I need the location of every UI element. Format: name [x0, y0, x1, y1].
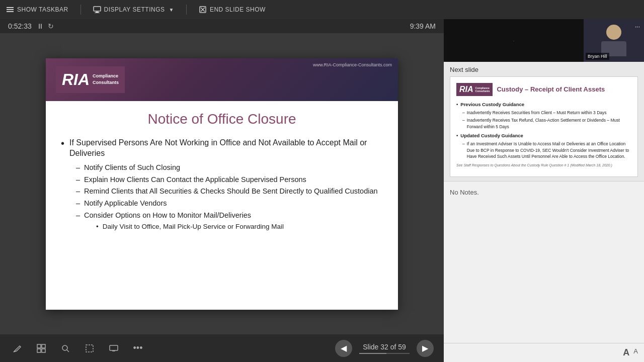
- show-taskbar-label: SHOW TASKBAR: [17, 6, 68, 13]
- font-increase-button[interactable]: A: [623, 347, 629, 358]
- preview-sub-text-2: Inadvertently Receives Tax Refund, Class…: [467, 117, 631, 130]
- next-slide-button[interactable]: ▶: [417, 340, 434, 357]
- preview-sub-2: – Inadvertently Receives Tax Refund, Cla…: [462, 117, 631, 130]
- show-taskbar-button[interactable]: SHOW TASKBAR: [6, 6, 68, 14]
- preview-dash-2: –: [462, 117, 465, 130]
- preview-content: • Previous Custody Guidance – Inadverten…: [456, 101, 631, 168]
- webcam-dots: ···: [635, 23, 640, 30]
- top-toolbar: SHOW TASKBAR DISPLAY SETTINGS ▼ END SLID…: [0, 0, 644, 19]
- font-decrease-button[interactable]: A: [633, 347, 638, 358]
- main-bullet-text: If Supervised Persons Are Not Working in…: [69, 137, 383, 159]
- separator-2: [186, 5, 187, 15]
- svg-rect-10: [42, 344, 45, 348]
- slide-navigation: ◀ Slide 32 of 59 ▶: [335, 340, 434, 357]
- pen-tool-button[interactable]: [10, 341, 24, 355]
- monitor-tool-button[interactable]: [107, 341, 121, 355]
- elapsed-time: 0:52:33: [8, 22, 32, 30]
- sub-bullet-text-1: Notify Clients of Such Closing: [84, 163, 180, 172]
- crop-tool-button[interactable]: [83, 341, 97, 355]
- main-bullet-item: • If Supervised Persons Are Not Working …: [61, 137, 383, 159]
- preview-main-bullet-2: • Updated Custody Guidance: [456, 132, 631, 139]
- slide-content: • If Supervised Persons Are Not Working …: [61, 137, 383, 230]
- svg-rect-1: [7, 9, 14, 10]
- svg-rect-9: [37, 344, 41, 348]
- main-content: 0:52:33 ⏸ ↻ 9:39 AM RIA Compliance Consu…: [0, 19, 644, 362]
- progress-bar: [359, 353, 410, 354]
- right-panel: · Bryan Hill ··· Next slide RIA Comp: [444, 19, 644, 362]
- svg-rect-4: [96, 12, 99, 13]
- slide-counter-wrapper: Slide 32 of 59: [359, 343, 410, 354]
- logo-ria-text: RIA: [62, 70, 90, 89]
- slide-display: RIA Compliance Consultants www.RIA-Compl…: [0, 33, 444, 334]
- preview-logo-text: Compliance Consultants: [475, 86, 490, 93]
- dash-5: –: [76, 211, 80, 220]
- preview-sub-3: – If an Investment Adviser Is Unable to …: [462, 141, 631, 160]
- preview-title: Custody – Receipt of Client Assets: [497, 85, 605, 94]
- logo-text: Compliance Consultants: [93, 73, 119, 85]
- sub-sub-bullets: • Daily Visit to Office, Mail Pick-Up Se…: [96, 223, 383, 230]
- slide-header: RIA Compliance Consultants www.RIA-Compl…: [46, 58, 398, 101]
- preview-dash-3: –: [462, 141, 465, 160]
- separator-1: [80, 5, 81, 15]
- preview-header: RIA Compliance Consultants Custody – Rec…: [456, 83, 631, 96]
- svg-rect-3: [94, 7, 101, 11]
- pause-button[interactable]: ⏸: [37, 22, 44, 30]
- next-slide-section: Next slide RIA Compliance Consultants Cu…: [444, 62, 644, 182]
- sub-sub-text: Daily Visit to Office, Mail Pick-Up Serv…: [103, 223, 284, 230]
- current-time: 9:39 AM: [410, 22, 436, 30]
- sub-bullet-5: – Consider Options on How to Monitor Mai…: [76, 211, 383, 220]
- svg-rect-5: [95, 13, 100, 13]
- bullet-dot: •: [61, 137, 64, 159]
- font-controls: A A: [444, 343, 644, 362]
- display-settings-label: DISPLAY SETTINGS: [104, 6, 165, 13]
- preview-bullet-dot-2: •: [456, 132, 458, 139]
- dropdown-arrow: ▼: [169, 7, 174, 13]
- sub-bullet-3: – Remind Clients that All Securities & C…: [76, 187, 383, 196]
- person-head: [606, 25, 621, 40]
- display-icon: [93, 6, 101, 14]
- dash-1: –: [76, 163, 80, 172]
- sub-bullet-2: – Explain How Clients Can Contact the Ap…: [76, 175, 383, 185]
- preview-sub-text-3: If an Investment Adviser Is Unable to Ac…: [467, 141, 631, 160]
- svg-rect-2: [7, 11, 14, 12]
- svg-rect-11: [37, 349, 41, 352]
- notes-section: No Notes.: [444, 182, 644, 343]
- preview-logo-line2: Consultants: [475, 89, 490, 93]
- svg-rect-15: [86, 345, 93, 352]
- prev-slide-button[interactable]: ◀: [335, 340, 352, 357]
- svg-point-13: [62, 345, 67, 350]
- progress-fill: [359, 353, 386, 354]
- end-slideshow-label: END SLIDE SHOW: [210, 6, 266, 13]
- dash-3: –: [76, 187, 80, 196]
- dash-4: –: [76, 199, 80, 208]
- search-tool-button[interactable]: [58, 341, 72, 355]
- sub-sub-bullet-1: • Daily Visit to Office, Mail Pick-Up Se…: [96, 223, 383, 230]
- taskbar-icon: [6, 6, 14, 14]
- restart-button[interactable]: ↻: [48, 22, 54, 30]
- svg-rect-12: [42, 349, 45, 352]
- slide-title: Notice of Office Closure: [61, 111, 383, 127]
- logo-container: RIA Compliance Consultants: [56, 66, 125, 93]
- slide-url: www.RIA-Compliance-Consultants.com: [313, 62, 392, 67]
- sub-bullet-text-2: Explain How Clients Can Contact the Appl…: [84, 175, 306, 185]
- preview-previous-heading: Previous Custody Guidance: [460, 101, 524, 108]
- more-tools-button[interactable]: •••: [131, 341, 145, 355]
- sub-sub-dot: •: [96, 223, 99, 230]
- sub-bullet-4: – Notify Applicable Vendors: [76, 199, 383, 208]
- person-name-tag: Bryan Hill: [586, 53, 609, 60]
- preview-logo-box: RIA Compliance Consultants: [456, 83, 493, 96]
- preview-bullet-dot-1: •: [456, 101, 458, 108]
- sub-bullet-text-5: Consider Options on How to Monitor Mail/…: [84, 211, 251, 220]
- grid-tool-button[interactable]: [34, 341, 48, 355]
- svg-line-14: [67, 350, 69, 352]
- preview-updated-heading: Updated Custody Guidance: [460, 132, 523, 139]
- preview-main-bullet-1: • Previous Custody Guidance: [456, 101, 631, 108]
- stop-icon: [199, 6, 207, 14]
- current-slide: RIA Compliance Consultants www.RIA-Compl…: [46, 58, 398, 310]
- sub-bullet-text-4: Notify Applicable Vendors: [84, 199, 167, 208]
- slide-counter: Slide 32 of 59: [363, 343, 406, 351]
- display-settings-button[interactable]: DISPLAY SETTINGS ▼: [93, 6, 174, 14]
- sub-bullet-1: – Notify Clients of Such Closing: [76, 163, 383, 172]
- end-slideshow-button[interactable]: END SLIDE SHOW: [199, 6, 266, 14]
- preview-logo-ria: RIA: [459, 85, 473, 94]
